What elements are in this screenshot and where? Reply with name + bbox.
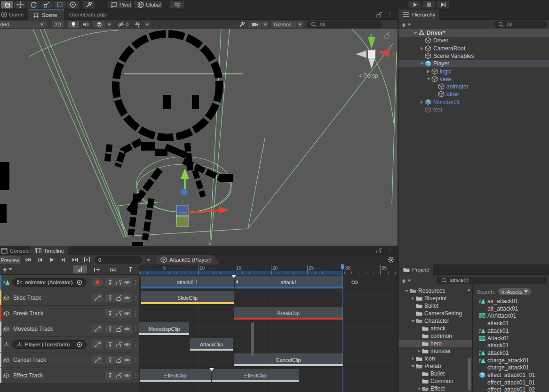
move-tool[interactable]	[14, 1, 26, 8]
project-folder-monster[interactable]: monster	[398, 347, 472, 355]
gizmos-dropdown[interactable]: Gizmos	[271, 21, 296, 28]
track-header-slide-track[interactable]: {}Slide Track⋮	[0, 290, 139, 305]
track-menu-button[interactable]: ⋮	[133, 295, 138, 301]
track-binding-field[interactable]: animator (Animator)	[12, 278, 87, 287]
mute-button[interactable]	[123, 372, 131, 379]
clip-breakclip[interactable]: BreakClip	[234, 307, 343, 320]
mute-button[interactable]	[123, 325, 131, 333]
go-to-end-button[interactable]	[70, 256, 81, 264]
result-item-0[interactable]: air_attack01	[473, 297, 549, 305]
playhead-line[interactable]	[342, 264, 342, 392]
project-folder-blueprint[interactable]: Blueprint	[398, 295, 472, 302]
result-item-2[interactable]: AirAttack01	[473, 312, 549, 320]
play-range-button[interactable]	[81, 256, 93, 264]
lock-button[interactable]	[115, 356, 122, 364]
lock-button[interactable]	[115, 310, 122, 317]
clip-slideclip[interactable]: SlideClip	[141, 291, 234, 304]
hierarchy-item-cameraroot[interactable]: CameraRoot	[398, 45, 549, 52]
timeline-vscrollbar[interactable]	[251, 322, 254, 356]
preview-toggle[interactable]: Preview	[0, 256, 21, 264]
mute-button[interactable]	[123, 294, 131, 302]
expand-arrow[interactable]	[410, 357, 415, 360]
clip-effectclip[interactable]: EffectClip	[140, 369, 211, 382]
mute-button[interactable]	[123, 310, 131, 317]
tab-console[interactable]: Console	[0, 246, 34, 256]
scene-camera-button[interactable]	[248, 21, 262, 28]
grid-dropdown[interactable]	[144, 21, 151, 28]
scene-search-input[interactable]: All	[307, 21, 382, 28]
scale-tool[interactable]	[40, 1, 53, 8]
hierarchy-item-animator[interactable]: animator	[398, 83, 549, 90]
hierarchy-item-view[interactable]: view	[398, 75, 549, 83]
lock-button[interactable]	[115, 341, 122, 348]
rect-tool[interactable]	[54, 1, 66, 8]
clip-effectclip[interactable]: EffectClip	[212, 369, 299, 382]
clip-marker[interactable]	[209, 368, 214, 371]
timeline-settings-button[interactable]	[387, 256, 395, 264]
kebab-menu-icon[interactable]: ⋮	[387, 247, 393, 254]
hierarchy-item-logic[interactable]: logic	[398, 68, 549, 75]
clip-attackclip[interactable]: AttackClip	[190, 338, 233, 351]
tab-hierarchy[interactable]: Hierarchy	[398, 9, 439, 20]
mute-button[interactable]	[123, 356, 131, 364]
track-header-cancel-track[interactable]: {}Cancel Track⋮	[0, 352, 139, 368]
unlock-icon[interactable]	[375, 11, 382, 18]
project-folder-icon[interactable]: Icon	[398, 355, 472, 362]
result-item-1[interactable]: air_attack01	[473, 305, 549, 312]
project-folder-common[interactable]: Common	[398, 377, 472, 385]
scene-viewport[interactable]: y x < Persp	[0, 29, 398, 246]
timeline-ruler[interactable]: 5101520253035	[139, 264, 398, 275]
project-tree-scrollbar[interactable]	[468, 358, 471, 391]
frame-field-dropdown[interactable]	[145, 256, 152, 264]
object-picker-icon[interactable]	[76, 279, 83, 286]
gizmos-arrow[interactable]	[297, 21, 303, 28]
expand-arrow[interactable]	[416, 388, 422, 390]
pin-button[interactable]	[106, 279, 114, 286]
track-menu-button[interactable]: ⋮	[133, 372, 138, 379]
create-asset-button[interactable]: +	[402, 277, 411, 284]
pause-button[interactable]	[422, 1, 435, 8]
project-folder-bullet[interactable]: Bullet	[398, 370, 472, 377]
result-item-5[interactable]: Attack01	[473, 335, 549, 342]
track-header-animator-animator-[interactable]: animator (Animator)⋮	[0, 275, 139, 290]
track-header-effect-track[interactable]: {}Effect Track⋮	[0, 368, 139, 383]
playhead-cap[interactable]	[341, 264, 344, 269]
search-scope-dropdown[interactable]: In Assets	[498, 288, 532, 295]
mix-mode-button[interactable]	[73, 265, 87, 273]
play-button[interactable]	[408, 1, 421, 8]
marker-toggle-button[interactable]	[123, 265, 137, 273]
kebab-menu-icon[interactable]: ⋮	[387, 11, 393, 18]
result-item-11[interactable]: effect_attack01_01	[473, 379, 549, 386]
tree-scroll-up[interactable]: ▲	[467, 287, 471, 292]
expand-arrow[interactable]	[410, 320, 415, 322]
lock-button[interactable]	[115, 372, 122, 379]
result-item-6[interactable]: attack01	[473, 342, 549, 349]
hierarchy-item-other[interactable]: other	[398, 90, 549, 98]
create-object-button[interactable]: +	[402, 21, 411, 28]
pin-button[interactable]	[106, 372, 114, 379]
camera-dropdown[interactable]	[262, 21, 269, 28]
track-menu-button[interactable]: ⋮	[133, 326, 138, 332]
project-folder-hero[interactable]: hero	[398, 340, 472, 347]
project-folder-attack[interactable]: attack	[398, 325, 472, 332]
draw-mode-dropdown[interactable]: Shaded	[0, 21, 48, 28]
pin-button[interactable]	[106, 294, 114, 302]
hierarchy-item-driver[interactable]: Driver	[398, 37, 549, 44]
result-item-9[interactable]: charge_attack01	[473, 364, 549, 371]
track-menu-button[interactable]: ⋮	[133, 357, 138, 363]
record-button[interactable]	[92, 278, 103, 287]
result-item-10[interactable]: effect_attack01_01	[473, 371, 549, 379]
lock-button[interactable]	[115, 325, 122, 333]
expand-arrow[interactable]	[426, 78, 431, 80]
track-menu-button[interactable]: ⋮	[133, 279, 138, 286]
hierarchy-item-scene-variables[interactable]: Scene Variables	[398, 52, 549, 60]
hierarchy-item-player[interactable]: Player	[398, 60, 549, 67]
custom-tool[interactable]	[83, 1, 95, 8]
project-folder-prefab[interactable]: Prefab	[398, 362, 472, 370]
result-item-3[interactable]: attack01	[473, 320, 549, 327]
clip-cancelclip[interactable]: CancelClip	[234, 353, 343, 366]
tab-gamedata-gdjs[interactable]: GameData.gdjs	[65, 9, 111, 20]
expand-arrow[interactable]	[410, 296, 415, 300]
go-to-start-button[interactable]	[23, 256, 34, 264]
add-track-button[interactable]: +	[3, 266, 12, 273]
